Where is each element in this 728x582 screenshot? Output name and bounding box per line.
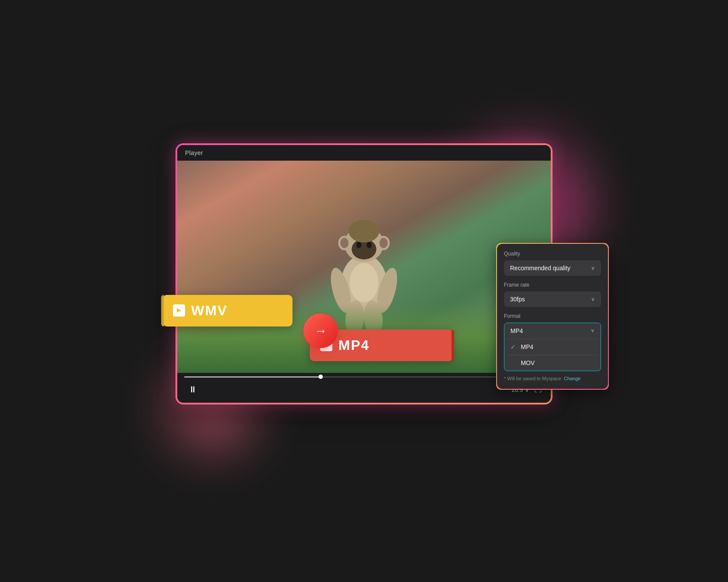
- format-option-mp4-label: MP4: [521, 343, 533, 350]
- main-scene: Player: [126, 53, 602, 529]
- quality-panel: Quality Recommended quality ∨ Frame rate…: [496, 243, 609, 390]
- pause-button[interactable]: ⏸: [186, 383, 200, 397]
- wmv-play-icon: [173, 304, 185, 317]
- save-note-text: * Will be saved to Myspace: [504, 376, 561, 381]
- save-note: * Will be saved to Myspace Change: [504, 375, 601, 382]
- format-value: MP4: [510, 327, 523, 334]
- arrow-icon: →: [314, 323, 327, 338]
- mp4-check-icon: ✓: [510, 343, 517, 350]
- timeline-progress: [184, 376, 321, 378]
- quality-dropdown[interactable]: Recommended quality ∨: [504, 260, 601, 276]
- format-option-mp4[interactable]: ✓ MP4: [504, 339, 601, 355]
- svg-point-3: [356, 242, 361, 248]
- timeline-area[interactable]: [177, 373, 551, 379]
- quality-label: Quality: [504, 251, 601, 257]
- framerate-label: Frame rate: [504, 282, 601, 288]
- format-chevron-icon: ∧: [591, 328, 595, 334]
- format-dropdown-header[interactable]: MP4 ∧: [504, 323, 601, 339]
- mp4-format-label: MP4: [338, 337, 370, 353]
- quality-value: Recommended quality: [510, 265, 570, 272]
- framerate-dropdown[interactable]: 30fps ∨: [504, 291, 601, 307]
- convert-arrow-button[interactable]: →: [303, 314, 338, 348]
- framerate-chevron-icon: ∨: [591, 296, 595, 302]
- wmv-triangle-icon: [177, 308, 181, 313]
- wmv-badge-border: [161, 295, 164, 327]
- controls-left: ⏸: [186, 383, 200, 397]
- wmv-format-label: WMV: [191, 303, 228, 319]
- wmv-badge: WMV: [162, 295, 292, 327]
- svg-point-9: [348, 220, 379, 242]
- svg-point-8: [380, 238, 388, 248]
- svg-point-14: [350, 263, 379, 302]
- controls-bar: ⏸ 16:9 ∨ ⛶: [177, 379, 551, 403]
- timeline-bar[interactable]: [184, 376, 544, 378]
- player-container: Player: [176, 143, 552, 404]
- pause-icon: ⏸: [188, 385, 197, 394]
- player-header: Player: [177, 145, 551, 161]
- quality-panel-content: Quality Recommended quality ∨ Frame rate…: [497, 244, 608, 389]
- format-dropdown-open[interactable]: MP4 ∧ ✓ MP4 MOV: [504, 323, 601, 371]
- timeline-thumb[interactable]: [318, 375, 323, 379]
- player-title: Player: [185, 149, 203, 156]
- format-option-mov[interactable]: MOV: [504, 355, 601, 371]
- svg-point-4: [367, 242, 372, 248]
- framerate-value: 30fps: [510, 296, 525, 303]
- format-option-mov-label: MOV: [521, 359, 535, 366]
- format-label: Format: [504, 313, 601, 319]
- mp4-badge-border: [452, 330, 454, 361]
- svg-point-7: [340, 238, 348, 248]
- quality-chevron-icon: ∨: [591, 265, 595, 271]
- player-inner: Player: [177, 145, 551, 403]
- change-link[interactable]: Change: [564, 376, 581, 381]
